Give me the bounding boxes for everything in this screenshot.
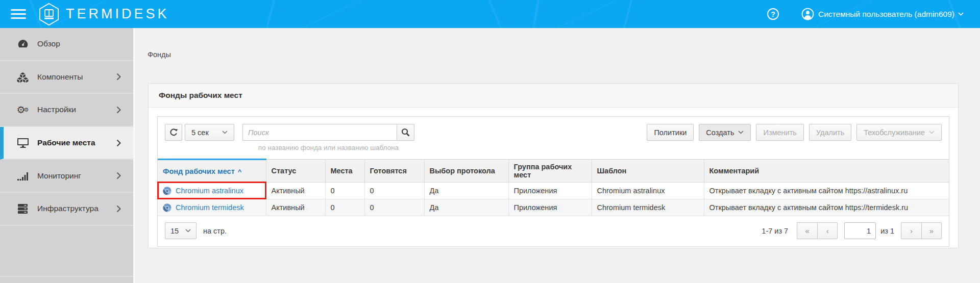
edit-button[interactable]: Изменить <box>756 124 803 141</box>
table-row[interactable]: Chromium termidesk Активный 0 0 Да Прило… <box>158 199 949 216</box>
seats-cell: 0 <box>325 183 364 199</box>
maintenance-button[interactable]: Техобслуживание <box>856 124 942 141</box>
monitor-icon <box>16 137 30 148</box>
column-label: Шаблон <box>597 167 627 175</box>
sidebar-item-workplaces[interactable]: Рабочие места <box>0 127 133 160</box>
termidesk-logo: TERMIDESK <box>38 3 169 26</box>
comment-cell: Открывает вкладку с активным сайтом http… <box>704 199 949 216</box>
chromium-icon <box>163 203 172 212</box>
group-cell: Приложения <box>508 183 592 199</box>
sidebar-item-label: Обзор <box>37 39 60 48</box>
search-button[interactable] <box>397 124 414 141</box>
chevron-right-icon <box>116 139 121 147</box>
protocol-cell: Да <box>424 183 508 199</box>
column-label: Фонд рабочих мест <box>163 167 235 175</box>
prev-page-button[interactable]: ‹ <box>817 222 838 239</box>
chevron-down-icon <box>185 229 191 233</box>
column-label: Статус <box>272 167 297 175</box>
preparing-cell: 0 <box>364 199 424 216</box>
panel-title: Фонды рабочих мест <box>149 84 958 108</box>
menu-toggle-icon[interactable] <box>11 7 26 21</box>
sidebar-item-monitoring[interactable]: Мониторинг <box>0 160 133 193</box>
column-header-group[interactable]: Группа рабочих мест <box>508 160 592 183</box>
pools-table-widget: 5 сек по н <box>157 116 949 247</box>
interval-value: 5 сек <box>191 128 209 137</box>
chevron-right-icon <box>116 106 121 114</box>
chevron-right-icon <box>116 205 121 213</box>
button-label: Политики <box>654 128 687 137</box>
next-page-button[interactable]: › <box>901 222 921 239</box>
refresh-interval-select[interactable]: 5 сек <box>185 124 234 141</box>
page-number-input[interactable] <box>844 222 876 239</box>
protocol-cell: Да <box>424 199 508 216</box>
status-cell: Активный <box>266 183 325 199</box>
page-size-label: на стр. <box>203 227 227 235</box>
sidebar-item-settings[interactable]: ⚙⚙ Настройки <box>0 94 133 127</box>
total-pages-label: из 1 <box>880 227 894 235</box>
pool-name-cell-highlighted[interactable]: Chromium astralinux <box>158 183 266 199</box>
main-content: Фонды Фонды рабочих мест 5 сек <box>136 28 980 283</box>
chromium-icon <box>163 187 172 195</box>
delete-button[interactable]: Удалить <box>809 124 851 141</box>
column-header-template[interactable]: Шаблон <box>592 160 704 183</box>
chevron-down-icon <box>929 131 935 134</box>
template-cell: Chromium astralinux <box>592 183 704 199</box>
column-header-preparing[interactable]: Готовятся <box>364 160 424 183</box>
breadcrumb: Фонды <box>148 50 171 59</box>
search-icon <box>401 128 410 137</box>
pool-link[interactable]: Chromium termidesk <box>176 203 244 212</box>
sidebar-item-label: Компоненты <box>37 72 83 82</box>
gauge-icon <box>16 38 30 50</box>
sidebar-item-label: Мониторинг <box>37 171 81 181</box>
sidebar-item-label: Инфраструктура <box>37 204 99 213</box>
table-toolbar: 5 сек по н <box>158 117 949 151</box>
sidebar-item-overview[interactable]: Обзор <box>0 28 133 61</box>
refresh-button[interactable] <box>165 124 182 141</box>
column-header-seats[interactable]: Места <box>325 160 364 183</box>
chevron-right-icon <box>116 73 121 81</box>
button-label: Техобслуживание <box>864 128 925 137</box>
first-page-button[interactable]: « <box>797 222 817 239</box>
pool-name-cell[interactable]: Chromium termidesk <box>158 199 266 216</box>
create-button[interactable]: Создать <box>699 124 751 141</box>
search-input[interactable] <box>242 124 397 141</box>
sidebar-item-components[interactable]: Компоненты <box>0 61 133 94</box>
column-label: Выбор протокола <box>430 167 495 175</box>
server-icon <box>16 203 30 215</box>
column-label: Места <box>331 167 353 175</box>
chevron-down-icon <box>958 12 964 16</box>
help-icon[interactable]: ? <box>767 8 779 20</box>
pools-table: Фонд рабочих мест^ Статус Места Готовятс… <box>158 159 949 216</box>
button-label: Удалить <box>816 128 844 137</box>
chevron-right-icon <box>116 172 121 179</box>
column-header-protocol[interactable]: Выбор протокола <box>424 160 508 183</box>
cubes-icon <box>16 71 30 83</box>
action-bar: Политики Создать Изменить Удалить <box>647 124 942 141</box>
user-menu[interactable]: Системный пользователь (admin609) <box>801 8 964 20</box>
status-cell: Активный <box>266 199 325 216</box>
sidebar-item-label: Настройки <box>37 105 76 114</box>
last-page-button[interactable]: » <box>921 222 942 239</box>
bar-chart-icon <box>16 170 30 182</box>
column-header-comment[interactable]: Комментарий <box>704 160 949 183</box>
chevron-down-icon <box>222 131 228 134</box>
sidebar-item-label: Рабочие места <box>37 138 95 147</box>
pool-link[interactable]: Chromium astralinux <box>176 187 243 195</box>
table-row[interactable]: Chromium astralinux Активный 0 0 Да Прил… <box>158 183 949 199</box>
preparing-cell: 0 <box>364 183 424 199</box>
workplace-pools-panel: Фонды рабочих мест 5 сек <box>148 83 959 248</box>
sidebar-spacer <box>0 226 133 277</box>
search-hint: по названию фонда или названию шаблона <box>242 144 414 151</box>
button-label: Создать <box>706 128 734 137</box>
page-size-select[interactable]: 15 <box>165 222 197 239</box>
sidebar: Обзор Компоненты ⚙⚙ Настройки <box>0 28 135 283</box>
user-name: Системный пользователь (admin609) <box>818 10 954 19</box>
column-label: Группа рабочих мест <box>514 163 572 179</box>
page-size-value: 15 <box>170 227 179 235</box>
sidebar-item-infrastructure[interactable]: Инфраструктура <box>0 193 133 226</box>
column-header-pool[interactable]: Фонд рабочих мест^ <box>158 160 266 183</box>
column-header-status[interactable]: Статус <box>266 160 325 183</box>
pagination-bar: 15 на стр. 1-7 из 7 « ‹ из 1 › <box>158 216 949 246</box>
policies-button[interactable]: Политики <box>647 124 694 141</box>
logo-wordmark: TERMIDESK <box>66 6 169 22</box>
